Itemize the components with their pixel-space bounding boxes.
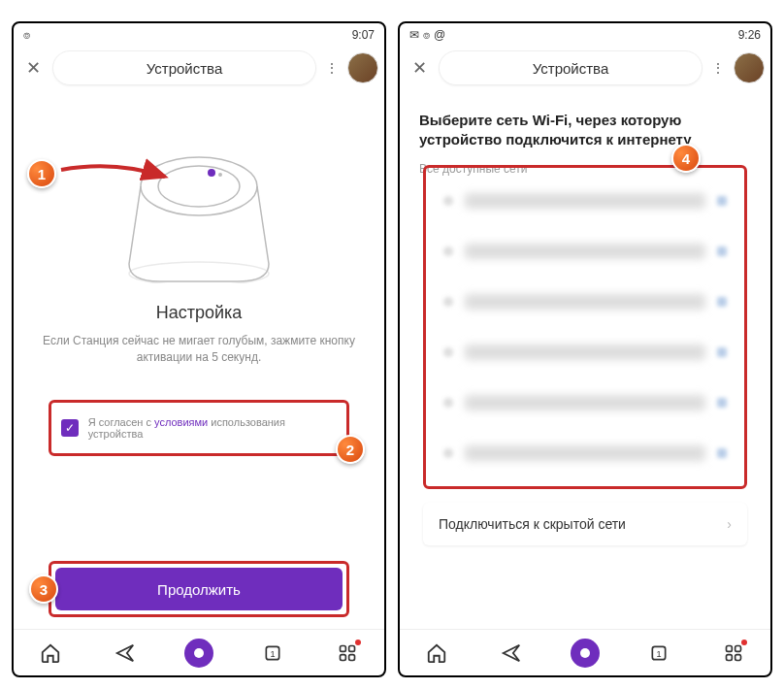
setup-title: Настройка [14, 303, 384, 323]
nav-services[interactable] [332, 638, 363, 669]
whatsapp-icon: ⌾ [423, 28, 430, 42]
lock-icon [717, 246, 727, 256]
page-title: Устройства [52, 50, 316, 85]
nav-alice[interactable] [570, 638, 601, 669]
lock-icon [717, 297, 727, 307]
wifi-network-row[interactable] [426, 226, 744, 277]
continue-highlight: Продолжить [49, 561, 349, 617]
screen-setup: ⌾ 9:07 ✕ Устройства ⋮ Настройка Если Ста… [12, 21, 386, 677]
terms-agreement-row: ✓ Я согласен с условиями использования у… [49, 400, 349, 456]
nav-send[interactable] [496, 638, 527, 669]
svg-point-2 [208, 169, 215, 177]
svg-text:1: 1 [271, 649, 276, 659]
callout-1: 1 [27, 159, 56, 188]
wifi-network-row[interactable] [426, 176, 744, 226]
lock-icon [717, 196, 727, 206]
callout-4: 4 [671, 144, 701, 173]
statusbar-time: 9:07 [352, 28, 375, 42]
hidden-network-button[interactable]: Подключиться к скрытой сети › [423, 503, 747, 545]
close-icon[interactable]: ✕ [19, 54, 47, 82]
nav-tabs[interactable]: 1 [643, 638, 674, 669]
lock-icon [717, 398, 727, 408]
svg-rect-16 [735, 654, 740, 660]
lock-icon [717, 347, 727, 357]
close-icon[interactable]: ✕ [406, 54, 433, 82]
wifi-network-row[interactable] [426, 277, 744, 327]
chevron-right-icon: › [727, 516, 732, 532]
avatar[interactable] [347, 52, 378, 83]
svg-point-3 [218, 173, 222, 177]
nav-alice[interactable] [183, 638, 214, 669]
svg-rect-14 [735, 645, 740, 651]
svg-rect-9 [340, 654, 345, 660]
hidden-network-label: Подключиться к скрытой сети [439, 516, 626, 532]
avatar[interactable] [734, 52, 765, 83]
nav-home[interactable] [35, 638, 66, 669]
terms-text: Я согласен с условиями использования уст… [88, 416, 337, 440]
screen-wifi: ✉⌾@ 9:26 ✕ Устройства ⋮ Выберите сеть Wi… [398, 21, 772, 677]
arrow-icon [56, 155, 173, 194]
nav-services[interactable] [718, 638, 749, 669]
nav-home[interactable] [421, 638, 452, 669]
svg-rect-8 [348, 645, 354, 651]
statusbar-time: 9:26 [738, 28, 761, 42]
svg-rect-15 [726, 654, 732, 660]
navbar: 1 [400, 629, 770, 675]
nav-send[interactable] [110, 638, 141, 669]
wifi-network-row[interactable] [426, 377, 744, 428]
statusbar: ⌾ 9:07 [14, 23, 384, 47]
nav-tabs[interactable]: 1 [257, 638, 288, 669]
page-title: Устройства [439, 50, 702, 85]
notification-dot-icon [355, 640, 361, 645]
terms-checkbox[interactable]: ✓ [61, 419, 79, 437]
navbar: 1 [14, 629, 384, 675]
svg-text:1: 1 [657, 649, 662, 659]
svg-rect-13 [726, 645, 732, 651]
svg-rect-7 [340, 645, 345, 651]
wifi-heading: Выберите сеть Wi-Fi, через которую устро… [419, 103, 751, 156]
setup-description: Если Станция сейчас не мигает голубым, з… [14, 333, 384, 366]
notification-dot-icon [741, 640, 747, 645]
continue-button[interactable]: Продолжить [55, 568, 343, 610]
callout-2: 2 [336, 435, 365, 464]
whatsapp-icon: ⌾ [23, 28, 30, 42]
header: ✕ Устройства ⋮ [400, 47, 770, 89]
wifi-list [423, 165, 747, 489]
mail-icon: ✉ [409, 28, 419, 42]
more-icon[interactable]: ⋮ [322, 60, 342, 76]
header: ✕ Устройства ⋮ [14, 47, 384, 89]
lock-icon [717, 448, 727, 458]
wifi-network-row[interactable] [426, 428, 744, 478]
terms-link[interactable]: условиями [154, 416, 208, 428]
wifi-network-row[interactable] [426, 327, 744, 377]
at-icon: @ [434, 28, 445, 42]
statusbar: ✉⌾@ 9:26 [400, 23, 770, 47]
callout-3: 3 [29, 574, 58, 604]
more-icon[interactable]: ⋮ [708, 60, 728, 76]
svg-rect-10 [348, 654, 354, 660]
